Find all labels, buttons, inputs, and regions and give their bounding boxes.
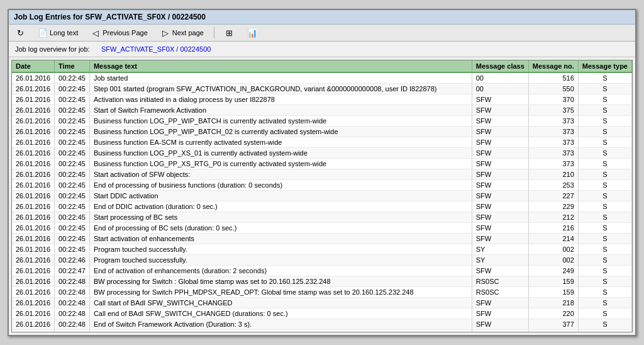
- table-row: 26.01.201600:22:45Business function LOG_…: [12, 127, 632, 137]
- toolbar-separator: [214, 27, 214, 38]
- table-cell: 00:22:45: [55, 169, 90, 180]
- table-row: 26.01.201600:22:45Business function LOG_…: [12, 116, 632, 127]
- header-class: Message class: [472, 60, 528, 72]
- table-cell: 26.01.2016: [12, 276, 55, 287]
- table-cell: 375: [528, 105, 578, 116]
- table-cell: SY: [472, 255, 528, 266]
- job-info-bar: Job log overview for job: SFW_ACTIVATE_S…: [9, 42, 635, 57]
- grid-button[interactable]: ⊞: [222, 26, 237, 39]
- table-container[interactable]: Date Time Message text Message class Mes…: [11, 60, 633, 332]
- table-cell: 00: [472, 330, 528, 333]
- table-cell: 00:22:45: [55, 148, 90, 159]
- table-cell: 26.01.2016: [12, 148, 55, 159]
- table-cell: S: [578, 105, 631, 116]
- table-cell: 00:22:45: [55, 244, 90, 255]
- nextpage-button[interactable]: ▷ Next page: [158, 26, 206, 39]
- table-cell: 373: [528, 127, 578, 137]
- table-cell: Activation was initiated in a dialog pro…: [89, 94, 472, 105]
- table-cell: 373: [528, 148, 578, 159]
- table-row: 26.01.201600:22:45Start processing of BC…: [12, 212, 632, 223]
- toolbar: ↻ 📄 Long text ◁ Previous Page ▷ Next pag…: [9, 25, 635, 42]
- table-cell: 212: [528, 212, 578, 223]
- table-cell: Call end of BAdI SFW_SWITCH_CHANGED (dur…: [89, 308, 472, 319]
- header-type: Message type: [578, 60, 631, 72]
- table-cell: 00:22:45: [55, 223, 90, 234]
- table-cell: 159: [528, 287, 578, 298]
- prevpage-label: Previous Page: [103, 29, 148, 37]
- table-cell: S: [578, 201, 631, 212]
- table-cell: 220: [528, 308, 578, 319]
- table-cell: S: [578, 266, 631, 276]
- table-cell: S: [578, 255, 631, 266]
- table-cell: RS0SC: [472, 287, 528, 298]
- table-cell: Business function LOG_PP_XS_01 is curren…: [89, 148, 472, 159]
- table-cell: 00:22:48: [55, 308, 90, 319]
- table-cell: 00:22:45: [55, 84, 90, 94]
- table-cell: SFW: [472, 94, 528, 105]
- table-cell: 26.01.2016: [12, 201, 55, 212]
- table-cell: S: [578, 223, 631, 234]
- table-cell: 377: [528, 319, 578, 330]
- table-cell: Start DDIC activation: [89, 191, 472, 201]
- table-cell: SFW: [472, 137, 528, 148]
- header-date: Date: [12, 60, 55, 72]
- table-cell: Start of Switch Framework Activation: [89, 105, 472, 116]
- table-cell: SFW: [472, 298, 528, 308]
- table-cell: 00:22:47: [55, 266, 90, 276]
- table-cell: S: [578, 84, 631, 94]
- table-cell: 26.01.2016: [12, 169, 55, 180]
- refresh-icon: ↻: [15, 28, 25, 38]
- table-cell: 00:22:45: [55, 105, 90, 116]
- table-cell: End of DDIC activation (duration: 0 sec.…: [89, 201, 472, 212]
- table-cell: 26.01.2016: [12, 191, 55, 201]
- table-cell: 002: [528, 244, 578, 255]
- header-message: Message text: [89, 60, 472, 72]
- table-header-row: Date Time Message text Message class Mes…: [12, 60, 632, 72]
- table-cell: 517: [528, 330, 578, 333]
- table-cell: S: [578, 116, 631, 127]
- table-row: 26.01.201600:22:48End of Switch Framewor…: [12, 319, 632, 330]
- table-cell: 26.01.2016: [12, 127, 55, 137]
- refresh-button[interactable]: ↻: [13, 26, 28, 39]
- table-cell: RS0SC: [472, 276, 528, 287]
- table-cell: 00:22:45: [55, 201, 90, 212]
- table-cell: Start activation of SFW objects:: [89, 169, 472, 180]
- table-cell: 002: [528, 255, 578, 266]
- longtext-icon: 📄: [38, 28, 48, 38]
- table-cell: 00:22:45: [55, 72, 90, 84]
- table-cell: S: [578, 298, 631, 308]
- table-cell: 26.01.2016: [12, 266, 55, 276]
- table-cell: 516: [528, 72, 578, 84]
- table-cell: 00:22:48: [55, 276, 90, 287]
- table-cell: End of processing of BC sets (duration: …: [89, 223, 472, 234]
- export-icon: 📊: [247, 28, 257, 38]
- longtext-button[interactable]: 📄 Long text: [35, 26, 80, 39]
- table-cell: 26.01.2016: [12, 234, 55, 244]
- table-row: 26.01.201600:22:45Activation was initiat…: [12, 94, 632, 105]
- table-row: 26.01.201600:22:45Business function EA-S…: [12, 137, 632, 148]
- export-button[interactable]: 📊: [245, 26, 260, 39]
- table-cell: 00:22:45: [55, 180, 90, 191]
- prevpage-icon: ◁: [91, 28, 101, 38]
- table-row: 26.01.201600:22:48BW processing for Swit…: [12, 276, 632, 287]
- table-row: 26.01.201600:22:45Start DDIC activationS…: [12, 191, 632, 201]
- table-cell: SFW: [472, 127, 528, 137]
- table-cell: SFW: [472, 212, 528, 223]
- table-cell: S: [578, 276, 631, 287]
- table-cell: End of Switch Framework Activation (Dura…: [89, 319, 472, 330]
- table-cell: 26.01.2016: [12, 159, 55, 169]
- table-cell: Step 001 started (program SFW_ACTIVATION…: [89, 84, 472, 94]
- table-cell: 26.01.2016: [12, 298, 55, 308]
- table-row: 26.01.201600:22:48Call start of BAdI SFW…: [12, 298, 632, 308]
- table-cell: SFW: [472, 319, 528, 330]
- table-cell: 210: [528, 169, 578, 180]
- table-cell: SFW: [472, 266, 528, 276]
- table-row: 26.01.201600:22:45Program touched succes…: [12, 244, 632, 255]
- table-cell: Business function LOG_PP_WIP_BATCH_02 is…: [89, 127, 472, 137]
- table-cell: Business function LOG_PP_WIP_BATCH is cu…: [89, 116, 472, 127]
- prevpage-button[interactable]: ◁ Previous Page: [88, 26, 150, 39]
- table-cell: 00: [472, 84, 528, 94]
- table-cell: SFW: [472, 169, 528, 180]
- table-row: 26.01.201600:22:45End of processing of b…: [12, 180, 632, 191]
- table-cell: S: [578, 330, 631, 333]
